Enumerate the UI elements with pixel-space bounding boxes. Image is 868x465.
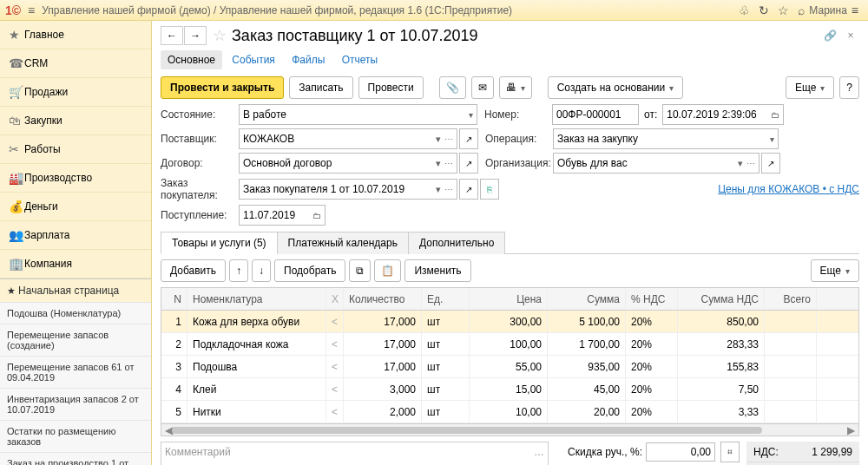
write-button[interactable]: Записать xyxy=(289,76,352,99)
nav-item[interactable]: 👥Зарплата xyxy=(0,221,151,250)
org-open-icon[interactable]: ↗ xyxy=(761,153,780,174)
history-panel: ★ Начальная страница Подошва (Номенклату… xyxy=(0,278,151,465)
down-icon[interactable]: ↓ xyxy=(252,259,271,282)
table-hscroll[interactable]: ◀▶ xyxy=(161,424,859,436)
table-row[interactable]: 4Клей<3,000шт15,0045,0020%7,50 xyxy=(161,378,858,401)
history-item[interactable]: Остатки по размещению заказов xyxy=(0,421,151,453)
search-icon[interactable]: ⌕ xyxy=(798,3,805,17)
history-item[interactable]: Инвентаризация запасов 2 от 10.07.2019 xyxy=(0,389,151,421)
table-row[interactable]: 5Нитки<2,000шт10,0020,0020%3,33 xyxy=(161,401,858,423)
tab-extra[interactable]: Дополнительно xyxy=(408,232,505,254)
post-button[interactable]: Провести xyxy=(358,76,424,99)
history-icon[interactable]: ↻ xyxy=(759,3,769,17)
bell-icon[interactable]: ♧ xyxy=(739,3,750,17)
custorder-open-icon[interactable]: ↗ xyxy=(459,179,478,200)
user-name[interactable]: Марина xyxy=(809,4,846,16)
history-home[interactable]: ★ Начальная страница xyxy=(0,279,151,303)
nav-item[interactable]: ★Главное xyxy=(0,21,151,49)
org-input[interactable]: Обувь для вас▾⋯ xyxy=(553,153,760,174)
subtab-files[interactable]: Файлы xyxy=(285,50,332,69)
mail-icon[interactable]: ✉ xyxy=(471,76,494,99)
sidebar: ★Главное☎CRM🛒Продажи🛍Закупки✂Работы🏭Прои… xyxy=(0,21,152,465)
post-and-close-button[interactable]: Провести и закрыть xyxy=(161,76,284,99)
create-based-on-button[interactable]: Создать на основании▾ xyxy=(548,76,684,99)
nav-item[interactable]: 🛍Закупки xyxy=(0,107,151,135)
print-icon[interactable]: 🖶 ▾ xyxy=(499,76,532,99)
history-item[interactable]: Перемещение запасов (создание) xyxy=(0,324,151,357)
receipt-date-input[interactable]: 11.07.2019🗀 xyxy=(239,205,326,226)
subtab-main[interactable]: Основное xyxy=(161,50,222,69)
tab-paycal[interactable]: Платежный календарь xyxy=(277,232,409,254)
tab-goods[interactable]: Товары и услуги (5) xyxy=(161,232,278,254)
operation-input[interactable]: Заказ на закупку▾ xyxy=(553,128,779,149)
history-item[interactable]: Перемещение запасов 61 от 09.04.2019 xyxy=(0,357,151,389)
favorite-star-icon[interactable]: ☆ xyxy=(213,26,227,45)
vat-total: 1 299,99 xyxy=(812,446,852,458)
date-input[interactable]: 10.07.2019 2:39:06🗀 xyxy=(662,104,784,125)
subtab-events[interactable]: События xyxy=(225,50,282,69)
history-item[interactable]: Подошва (Номенклатура) xyxy=(0,303,151,324)
comment-input[interactable]: Комментарий … xyxy=(161,442,549,465)
discount-percent-input[interactable] xyxy=(646,442,715,462)
attach-icon[interactable]: 📎 xyxy=(439,76,466,99)
app-title: Управление нашей фирмой (демо) / Управле… xyxy=(42,4,512,16)
nav-item[interactable]: ✂Работы xyxy=(0,135,151,164)
edit-row-button[interactable]: Изменить xyxy=(404,259,470,282)
close-icon[interactable]: × xyxy=(842,27,859,44)
help-button[interactable]: ? xyxy=(839,76,859,99)
table-header: N Номенклатура Х Количество Ед. Цена Сум… xyxy=(161,288,858,311)
table-more-button[interactable]: Еще▾ xyxy=(811,259,859,282)
custorder-extra-icon[interactable]: ⎘ xyxy=(480,179,499,200)
table-row[interactable]: 3Подошва<17,000шт55,00935,0020%155,83 xyxy=(161,356,858,378)
table-row[interactable]: 2Подкладочная кожа<17,000шт100,001 700,0… xyxy=(161,333,858,356)
copy-icon[interactable]: ⧉ xyxy=(349,259,371,282)
titlebar: 1© ≡ Управление нашей фирмой (демо) / Уп… xyxy=(0,0,868,21)
star-icon[interactable]: ☆ xyxy=(778,3,789,17)
settings-icon[interactable]: ≡ xyxy=(852,3,858,17)
goods-table[interactable]: N Номенклатура Х Количество Ед. Цена Сум… xyxy=(161,287,859,424)
pick-button[interactable]: Подобрать xyxy=(274,259,345,282)
forward-button[interactable]: → xyxy=(184,26,207,45)
prices-link[interactable]: Цены для КОЖАКОВ • с НДС xyxy=(718,183,859,195)
link-icon[interactable]: 🔗 xyxy=(821,27,838,44)
supplier-open-icon[interactable]: ↗ xyxy=(459,128,478,149)
up-icon[interactable]: ↑ xyxy=(229,259,248,282)
table-row[interactable]: 1Кожа для верха обуви<17,000шт300,005 10… xyxy=(161,311,858,333)
burger-icon[interactable]: ≡ xyxy=(28,3,35,17)
subtab-reports[interactable]: Отчеты xyxy=(335,50,385,69)
calc-icon[interactable]: ⌗ xyxy=(720,442,740,462)
nav-item[interactable]: 💰Деньги xyxy=(0,193,151,221)
nav-item[interactable]: ☎CRM xyxy=(0,49,151,78)
add-row-button[interactable]: Добавить xyxy=(161,259,226,282)
state-input[interactable]: В работе▾ xyxy=(239,104,477,125)
history-item[interactable]: Заказ на производство 1 от 10.07.2019 xyxy=(0,453,151,465)
logo-1c: 1© xyxy=(5,3,21,17)
supplier-input[interactable]: КОЖАКОВ▾⋯ xyxy=(239,128,457,149)
paste-icon[interactable]: 📋 xyxy=(374,259,401,282)
doc-title: Заказ поставщику 1 от 10.07.2019 xyxy=(232,27,478,45)
back-button[interactable]: ← xyxy=(161,26,183,45)
nav-item[interactable]: 🏭Производство xyxy=(0,164,151,193)
contract-input[interactable]: Основной договор▾⋯ xyxy=(239,153,457,174)
main-panel: ← → ☆ Заказ поставщику 1 от 10.07.2019 🔗… xyxy=(152,21,868,465)
more-button[interactable]: Еще▾ xyxy=(786,76,834,99)
custorder-input[interactable]: Заказ покупателя 1 от 10.07.2019▾⋯ xyxy=(239,179,457,200)
contract-open-icon[interactable]: ↗ xyxy=(459,153,478,174)
number-input[interactable]: 00ФР-000001 xyxy=(552,104,639,125)
nav-item[interactable]: 🛒Продажи xyxy=(0,78,151,107)
nav-item[interactable]: 🏢Компания xyxy=(0,250,151,278)
